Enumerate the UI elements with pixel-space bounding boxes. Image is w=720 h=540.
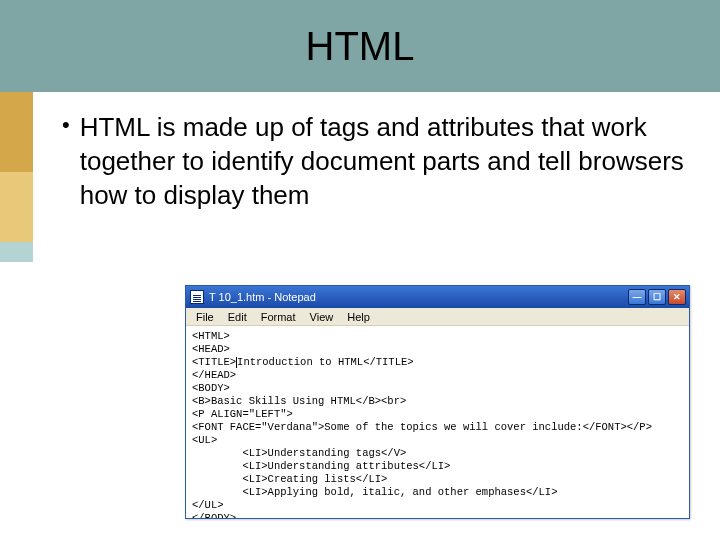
code-line: <HEAD> (192, 343, 230, 355)
menu-format[interactable]: Format (255, 310, 302, 324)
code-line: <FONT FACE="Verdana">Some of the topics … (192, 421, 652, 433)
notepad-icon (190, 290, 204, 304)
slide-content: • HTML is made up of tags and attributes… (62, 110, 700, 212)
code-line: </UL> (192, 499, 224, 511)
bullet-item: • HTML is made up of tags and attributes… (62, 110, 700, 212)
code-line: <TITLE> (192, 356, 236, 368)
code-line: <LI>Understanding tags</V> (192, 447, 406, 459)
minimize-button[interactable]: — (628, 289, 646, 305)
notepad-window: T 10_1.htm - Notepad — ☐ ✕ File Edit For… (185, 285, 690, 519)
code-line: <LI>Understanding attributes</LI> (192, 460, 450, 472)
code-line: <BODY> (192, 382, 230, 394)
accent-block (0, 172, 33, 242)
maximize-icon: ☐ (653, 292, 661, 302)
code-line: <LI>Creating lists</LI> (192, 473, 387, 485)
slide-header: HTML (0, 0, 720, 92)
menu-bar: File Edit Format View Help (186, 308, 689, 326)
menu-help[interactable]: Help (341, 310, 376, 324)
accent-block (0, 262, 33, 540)
notepad-editor[interactable]: <HTML> <HEAD> <TITLE>Introduction to HTM… (186, 326, 689, 518)
maximize-button[interactable]: ☐ (648, 289, 666, 305)
bullet-marker: • (62, 110, 70, 140)
code-line: </BODY> (192, 512, 236, 518)
close-icon: ✕ (673, 292, 681, 302)
window-controls: — ☐ ✕ (628, 289, 686, 305)
code-line: <B>Basic Skills Using HTML</B><br> (192, 395, 406, 407)
code-line: <P ALIGN="LEFT"> (192, 408, 293, 420)
window-title: T 10_1.htm - Notepad (209, 291, 623, 303)
code-line: <LI>Applying bold, italic, and other emp… (192, 486, 557, 498)
menu-file[interactable]: File (190, 310, 220, 324)
left-accent-strip (0, 92, 33, 540)
code-line: <HTML> (192, 330, 230, 342)
code-line: <UL> (192, 434, 217, 446)
slide-title: HTML (306, 24, 415, 69)
menu-view[interactable]: View (304, 310, 340, 324)
window-titlebar[interactable]: T 10_1.htm - Notepad — ☐ ✕ (186, 286, 689, 308)
accent-block (0, 92, 33, 172)
bullet-text: HTML is made up of tags and attributes t… (80, 110, 700, 212)
close-button[interactable]: ✕ (668, 289, 686, 305)
code-line: </HEAD> (192, 369, 236, 381)
accent-block (0, 242, 33, 262)
menu-edit[interactable]: Edit (222, 310, 253, 324)
code-line: Introduction to HTML</TITLE> (237, 356, 413, 368)
minimize-icon: — (633, 292, 642, 302)
